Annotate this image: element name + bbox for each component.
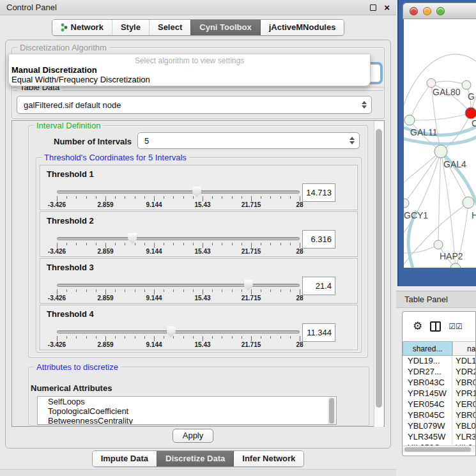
network-node-hap2[interactable]	[434, 240, 443, 249]
network-edge[interactable]	[438, 151, 441, 245]
list-scrollbar[interactable]	[328, 397, 335, 424]
column-header-name[interactable]: na	[452, 341, 476, 356]
tick-mark	[57, 289, 58, 295]
table-data-combobox[interactable]: galFiltered.sif default node	[17, 96, 372, 114]
threshold-slider-2[interactable]	[57, 237, 300, 240]
threshold-slider-1[interactable]	[57, 190, 300, 194]
vertical-scrollbar[interactable]	[374, 121, 383, 427]
mac-zoom-button[interactable]	[436, 7, 445, 15]
table-row[interactable]: YPR145WYPR1	[403, 388, 476, 399]
network-node-g[interactable]	[462, 81, 471, 89]
columns-icon[interactable]	[430, 321, 441, 332]
tick-mark	[242, 336, 242, 339]
threshold-label: Threshold 3	[47, 263, 94, 272]
threshold-slider-4[interactable]	[57, 330, 300, 334]
numerical-attributes-list[interactable]: SelfLoopsTopologicalCoefficientBetweenne…	[37, 396, 337, 425]
tab-jactivemnodules[interactable]: jActiveMNodules	[260, 20, 344, 35]
list-item[interactable]: SelfLoops	[38, 397, 336, 406]
tick-mark	[144, 196, 145, 199]
tab-impute-data[interactable]: Impute Data	[93, 451, 157, 466]
tick-mark	[125, 243, 125, 245]
tick-mark	[125, 196, 125, 199]
mac-close-button[interactable]	[410, 7, 418, 15]
tick-mark	[251, 289, 252, 295]
tab-label: Impute Data	[101, 454, 148, 463]
tab-discretize-data[interactable]: Discretize Data	[157, 451, 233, 466]
network-graph[interactable]: GAL80GCGAL11GAL4GCY1HHAP2	[404, 19, 476, 268]
table-row[interactable]: YBL079WYBL0	[403, 421, 476, 432]
tick-mark	[105, 196, 106, 201]
screen: { "window": { "title": "Control Panel" }…	[0, 0, 476, 476]
table-panel-title: Table Panel	[404, 295, 448, 304]
tick-mark	[242, 289, 242, 292]
tab-network[interactable]: Network	[52, 20, 112, 35]
tab-infer-network[interactable]: Infer Network	[233, 451, 303, 466]
tab-select[interactable]: Select	[149, 20, 190, 35]
tick-label: 21.715	[242, 201, 261, 208]
list-item[interactable]: TopologicalCoefficient	[38, 406, 336, 416]
apply-button[interactable]: Apply	[173, 429, 213, 443]
dropdown-option-equal-width[interactable]: Equal Width/Frequency Discretization	[12, 75, 150, 84]
tick-mark	[154, 196, 155, 201]
cell-name: YPR1	[452, 388, 476, 399]
checkbox-icons[interactable]: ☑☑	[449, 322, 463, 331]
dropdown-hint: Select algorithm to view settings	[9, 56, 370, 65]
network-edge[interactable]	[410, 83, 431, 120]
tick-mark	[222, 289, 222, 292]
dropdown-option-manual[interactable]: Manual Discretization	[12, 65, 97, 75]
tick-mark	[290, 336, 291, 339]
slider-ticks	[57, 196, 300, 201]
tab-cyni-toolbox[interactable]: Cyni Toolbox	[190, 20, 259, 35]
number-of-intervals-combobox[interactable]: 5	[137, 132, 360, 149]
network-canvas[interactable]: GAL80GCGAL11GAL4GCY1HHAP2	[404, 19, 476, 268]
list-item[interactable]: BetweennessCentrality	[38, 416, 336, 425]
float-icon[interactable]	[370, 4, 376, 11]
table-row[interactable]: YDR27...YDR2	[403, 367, 476, 378]
table-row[interactable]: YER054CYER0	[403, 399, 476, 410]
gear-icon[interactable]: ⚙	[413, 321, 422, 332]
table-row[interactable]: YBR045CYBR0	[403, 410, 476, 421]
table-data-value: galFiltered.sif default node	[24, 100, 121, 110]
tick-mark	[251, 243, 252, 248]
mac-minimize-button[interactable]	[423, 7, 431, 15]
scrollbar-thumb[interactable]	[329, 398, 334, 424]
cell-shared-name: YER054C	[403, 399, 452, 410]
threshold-value-field[interactable]: 14.713	[302, 183, 335, 202]
tick-label: -3.426	[48, 248, 66, 255]
threshold-value-field[interactable]: 6.316	[302, 230, 335, 249]
tick-mark	[203, 243, 203, 248]
close-icon[interactable]: ×	[384, 4, 390, 11]
scrollbar-thumb[interactable]	[376, 129, 382, 408]
network-node-gal4[interactable]	[434, 145, 447, 158]
tick-mark	[96, 336, 96, 339]
tick-mark	[115, 336, 116, 339]
tick-mark	[86, 336, 87, 339]
tab-style[interactable]: Style	[112, 20, 149, 35]
cell-shared-name: YBR043C	[403, 378, 452, 388]
network-window-titlebar[interactable]	[403, 3, 476, 19]
network-edge[interactable]	[404, 151, 441, 236]
threshold-panel-2: Threshold 2-3.4262.8599.14415.4321.71528…	[40, 211, 358, 257]
threshold-slider-3[interactable]	[57, 284, 300, 287]
tick-mark	[125, 289, 125, 292]
scrollbar-thumb[interactable]	[404, 447, 471, 452]
threshold-panel-3: Threshold 3-3.4262.8599.14415.4321.71528…	[40, 258, 358, 303]
column-header-shared-name[interactable]: shared...	[403, 341, 452, 356]
table-row[interactable]: YLR345WYLR3	[403, 432, 476, 443]
network-node-h[interactable]	[463, 197, 474, 208]
tick-mark	[115, 196, 116, 199]
tick-mark	[261, 289, 261, 292]
tick-mark	[96, 196, 96, 199]
network-edge[interactable]	[431, 81, 466, 85]
network-edge[interactable]	[410, 113, 471, 120]
tick-mark	[105, 336, 106, 341]
horizontal-scrollbar[interactable]	[403, 445, 475, 452]
threshold-value-field[interactable]: 11.344	[302, 323, 335, 342]
threshold-value-field[interactable]: 21.4	[302, 277, 335, 295]
network-node-gcy1[interactable]	[404, 199, 409, 208]
table-row[interactable]: YDL19...YDL1	[403, 356, 476, 367]
network-node-gal11[interactable]	[404, 115, 415, 125]
network-node-c[interactable]	[465, 107, 476, 119]
table-row[interactable]: YBR043CYBR0	[403, 378, 476, 388]
network-node-gal80[interactable]	[427, 79, 436, 88]
